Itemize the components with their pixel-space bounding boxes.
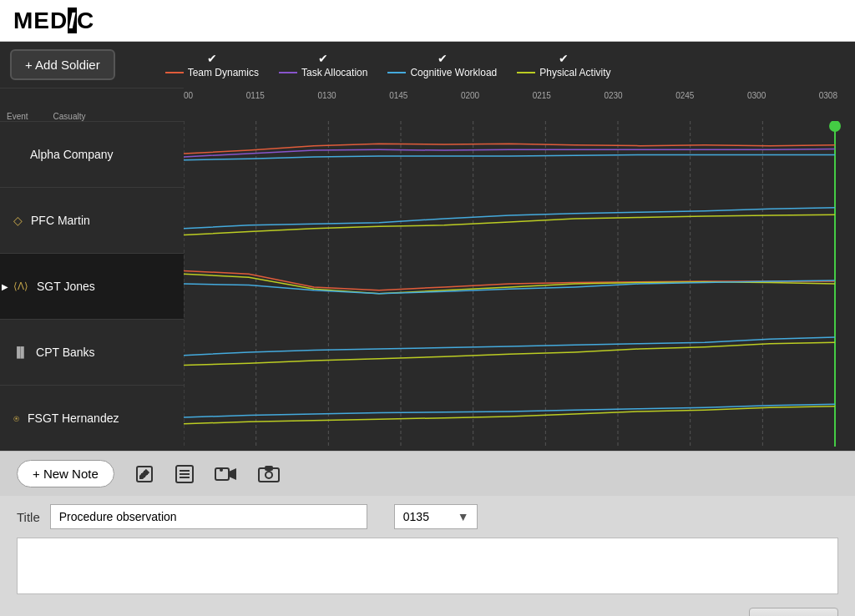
time-label-0200: 0200 — [461, 91, 479, 100]
row-label-cpt-banks[interactable]: ▐▌CPT Banks — [0, 319, 184, 385]
app-header: MEDIC — [0, 0, 855, 42]
toolbar-row: + New Note — [0, 451, 855, 496]
legend-check-cognitive-workload[interactable]: ✔ — [438, 52, 448, 65]
camera-video-icon[interactable] — [215, 464, 238, 484]
chart-area: + Add Soldier ✔ Team Dynamics ✔ Task All… — [0, 42, 855, 451]
chart-svg — [184, 121, 855, 451]
time-axis: 0100011501300145020002150230024503000308 — [184, 88, 855, 121]
rank-chevron-icon: ◇ — [13, 214, 23, 227]
legend-check-task-allocation[interactable]: ✔ — [318, 52, 328, 65]
time-label-0300: 0300 — [747, 91, 766, 100]
time-label-0230: 0230 — [604, 91, 622, 100]
chart-graph: 0100011501300145020002150230024503000308 — [184, 88, 855, 451]
chart-content: Event Casualty Alpha Company◇PFC Martin▶… — [0, 88, 855, 451]
form-area: Title 010001150130013501450200 ▼ — [0, 496, 855, 603]
row-name-pfc-martin: PFC Martin — [31, 214, 90, 227]
legend-check-physical-activity[interactable]: ✔ — [559, 52, 569, 65]
legend-label-task-allocation: Task Allocation — [301, 67, 367, 78]
save-row: Save Note — [0, 603, 855, 616]
chart-topbar: + Add Soldier ✔ Team Dynamics ✔ Task All… — [0, 42, 855, 88]
row-label-alpha-company[interactable]: Alpha Company — [0, 121, 184, 187]
row-name-sgt-jones: SGT Jones — [37, 280, 95, 293]
time-label-0215: 0215 — [533, 91, 551, 100]
legend-item-task-allocation[interactable]: ✔ Task Allocation — [279, 52, 367, 78]
new-note-button[interactable]: + New Note — [17, 460, 114, 487]
row-name-alpha-company: Alpha Company — [30, 148, 114, 161]
camera-photo-icon[interactable] — [258, 464, 280, 484]
time-label-0100: 0100 — [184, 91, 193, 100]
main-container: + Add Soldier ✔ Team Dynamics ✔ Task All… — [0, 42, 855, 616]
legend-label-physical-activity: Physical Activity — [539, 67, 610, 78]
row-label-fsgt-hernandez[interactable]: ⍟FSGT Hernandez — [0, 385, 184, 451]
time-select[interactable]: 010001150130013501450200 — [394, 504, 478, 529]
chart-line — [184, 208, 835, 229]
svg-marker-9 — [229, 468, 236, 480]
legend-label-team-dynamics: Team Dynamics — [188, 67, 259, 78]
svg-point-12 — [266, 472, 272, 478]
chart-line — [184, 337, 835, 356]
legend-item-cognitive-workload[interactable]: ✔ Cognitive Workload — [387, 52, 497, 78]
row-name-fsgt-hernandez: FSGT Hernandez — [28, 412, 119, 425]
rank-sgt-icon: ⟨Λ⟩ — [13, 280, 28, 292]
time-label-0308: 0308 — [819, 91, 837, 100]
time-label-0245: 0245 — [675, 91, 694, 100]
row-label-pfc-martin[interactable]: ◇PFC Martin — [0, 187, 184, 253]
chart-legend: ✔ Team Dynamics ✔ Task Allocation ✔ Cogn… — [165, 52, 611, 78]
rank-fsgt-icon: ⍟ — [13, 412, 19, 424]
row-label-sgt-jones[interactable]: ▶⟨Λ⟩SGT Jones — [0, 253, 184, 319]
event-label: Event — [7, 112, 28, 121]
app-logo: MEDIC — [13, 8, 94, 34]
list-icon[interactable] — [175, 464, 195, 484]
time-label-0115: 0115 — [246, 91, 265, 100]
chart-line — [184, 155, 835, 160]
note-textarea[interactable] — [17, 538, 838, 594]
chart-line — [184, 404, 835, 417]
legend-label-cognitive-workload: Cognitive Workload — [410, 67, 497, 78]
save-note-button[interactable]: Save Note — [749, 608, 838, 616]
rank-bars-icon: ▐▌ — [13, 346, 28, 358]
time-select-wrapper: 010001150130013501450200 ▼ — [394, 504, 469, 529]
bottom-panel: + New Note — [0, 451, 855, 616]
legend-item-physical-activity[interactable]: ✔ Physical Activity — [517, 52, 610, 78]
row-name-cpt-banks: CPT Banks — [36, 346, 95, 359]
title-row: Title 010001150130013501450200 ▼ — [17, 504, 838, 529]
time-label-0130: 0130 — [317, 91, 336, 100]
edit-icon[interactable] — [134, 464, 154, 484]
add-soldier-button[interactable]: + Add Soldier — [10, 49, 115, 80]
time-label-0145: 0145 — [389, 91, 407, 100]
legend-check-team-dynamics[interactable]: ✔ — [207, 52, 217, 65]
title-input[interactable] — [50, 504, 367, 529]
svg-point-10 — [220, 468, 223, 472]
play-arrow-icon: ▶ — [2, 282, 8, 291]
cursor-marker — [829, 121, 841, 132]
casualty-label: Casualty — [53, 112, 86, 121]
title-label: Title — [17, 510, 40, 524]
legend-item-team-dynamics[interactable]: ✔ Team Dynamics — [165, 52, 259, 78]
rows-labels: Event Casualty Alpha Company◇PFC Martin▶… — [0, 88, 184, 451]
